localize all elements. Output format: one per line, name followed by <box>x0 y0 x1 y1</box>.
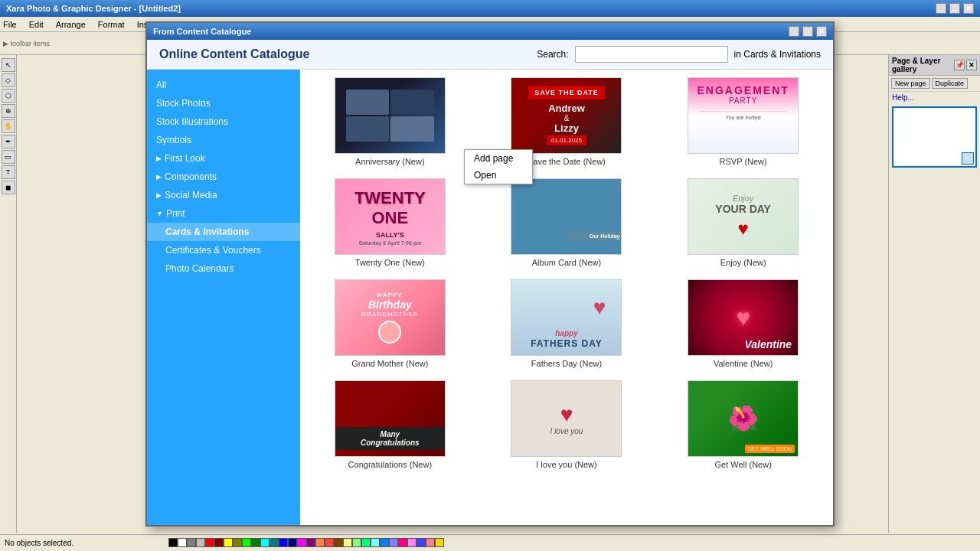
dialog-minimize-btn[interactable]: _ <box>789 26 799 37</box>
pen-tool[interactable]: ✒ <box>2 135 15 148</box>
app-titlebar: Xara Photo & Graphic Designer - [Untitle… <box>0 0 980 17</box>
i-love-you-thumb: ♥ I love you <box>511 380 622 457</box>
color-swatch-ff80ff[interactable] <box>407 538 416 547</box>
menu-format[interactable]: Format <box>98 20 125 29</box>
new-page-button[interactable]: New page <box>891 78 930 89</box>
color-swatch-ffd700[interactable] <box>435 538 444 547</box>
sidebar-item-all-label: All <box>156 80 166 90</box>
color-swatch-0000ff[interactable] <box>279 538 288 547</box>
color-swatch-ff0000[interactable] <box>205 538 214 547</box>
color-swatch-c0c0c0[interactable] <box>196 538 205 547</box>
enjoy-thumb: Enjoy YOUR DAY ♥ <box>688 178 799 255</box>
panel-close-btn[interactable]: ✕ <box>966 60 977 70</box>
template-twenty-one[interactable]: TWENTY ONE SALLY'S Saturday 8 April 7:00… <box>308 178 472 267</box>
color-swatch-808080[interactable] <box>187 538 196 547</box>
fill-tool[interactable]: ◼ <box>2 181 15 194</box>
node-tool[interactable]: ◇ <box>2 73 15 87</box>
context-menu-add-page[interactable]: Add page <box>465 150 532 167</box>
context-menu-open[interactable]: Open <box>465 167 532 184</box>
sidebar-item-stock-illustrations-label: Stock Illustrations <box>156 116 228 127</box>
congratulations-thumb: ManyCongratulations <box>335 380 446 457</box>
search-label: Search: <box>537 49 568 60</box>
anniversary-thumb <box>335 77 446 154</box>
color-swatch-ff4040[interactable] <box>325 538 334 547</box>
color-swatch-808000[interactable] <box>233 538 242 547</box>
color-swatch-804000[interactable] <box>334 538 343 547</box>
select-tool[interactable]: ↖ <box>2 58 15 72</box>
dialog-close-btn[interactable]: ✕ <box>816 26 827 37</box>
twenty-one-label: Twenty One (New) <box>355 258 425 267</box>
sidebar-item-photo-calendars[interactable]: Photo Calendars <box>147 259 300 278</box>
color-swatch-ff8040[interactable] <box>315 538 325 547</box>
contour-tool[interactable]: ⬡ <box>2 89 15 103</box>
sidebar-item-symbols[interactable]: Symbols <box>147 131 300 149</box>
sidebar-item-stock-photos[interactable]: Stock Photos <box>147 94 300 112</box>
menu-edit[interactable]: Edit <box>29 20 44 29</box>
template-get-well[interactable]: 🌺 GET WELL SOON Get Well (New) <box>661 380 825 469</box>
sidebar-item-all[interactable]: All <box>147 76 300 94</box>
color-swatch-0080ff[interactable] <box>380 538 389 547</box>
color-swatch-008000[interactable] <box>251 538 260 547</box>
sidebar-item-certificates[interactable]: Certificates & Vouchers <box>147 241 300 259</box>
print-chevron-icon: ▼ <box>156 210 163 217</box>
color-swatch-000080[interactable] <box>288 538 297 547</box>
template-album-card[interactable]: Our Holiday Album Card (New) <box>485 178 649 267</box>
zoom-tool[interactable]: ⊕ <box>2 104 15 118</box>
help-link[interactable]: Help... <box>889 92 980 103</box>
sidebar-item-first-look[interactable]: ▶ First Look <box>147 149 300 168</box>
shape-tool[interactable]: ▭ <box>2 150 15 164</box>
components-chevron-icon: ▶ <box>156 173 162 181</box>
app-title: Xara Photo & Graphic Designer - [Untitle… <box>6 4 181 13</box>
text-tool[interactable]: T <box>2 165 15 179</box>
duplicate-button[interactable]: Duplicate <box>932 78 969 89</box>
sidebar-item-cards-invitations[interactable]: Cards & Invitations <box>147 223 300 241</box>
app-close-btn[interactable]: ✕ <box>963 3 974 14</box>
template-grand-mother[interactable]: HAPPY Birthday GRANDMOTHER Grand Mother … <box>308 279 472 368</box>
color-swatch-ff0080[interactable] <box>398 538 407 547</box>
search-input[interactable] <box>575 46 728 63</box>
fathers-day-thumb: happy Fathers Day ♥ <box>511 279 622 356</box>
color-swatch-ff8080[interactable] <box>426 538 435 547</box>
menu-file[interactable]: File <box>3 20 17 29</box>
color-swatch-800000[interactable] <box>214 538 224 547</box>
template-valentine[interactable]: ♥ Valentine Valentine (New) <box>661 279 825 368</box>
template-anniversary[interactable]: Anniversary (New) <box>308 77 472 166</box>
template-rsvp[interactable]: ENGAGEMENT PARTY You are invited RSVP (N… <box>661 77 825 166</box>
color-swatch-800080[interactable] <box>306 538 315 547</box>
app-minimize-btn[interactable]: _ <box>936 3 946 14</box>
menu-arrange[interactable]: Arrange <box>56 20 86 29</box>
color-swatch-ff00ff[interactable] <box>297 538 306 547</box>
sidebar-item-certificates-label: Certificates & Vouchers <box>165 245 261 256</box>
left-toolbar: ↖ ◇ ⬡ ⊕ ✋ ✒ ▭ T ◼ <box>0 55 17 533</box>
panel-pin-btn[interactable]: 📌 <box>954 60 965 70</box>
color-swatch-ffff80[interactable] <box>343 538 352 547</box>
color-swatch-8080ff[interactable] <box>389 538 398 547</box>
sidebar-item-stock-illustrations[interactable]: Stock Illustrations <box>147 112 300 131</box>
color-swatch-008080[interactable] <box>270 538 279 547</box>
get-well-label: Get Well (New) <box>714 460 771 469</box>
app-maximize-btn[interactable]: □ <box>949 3 960 14</box>
push-tool[interactable]: ✋ <box>2 119 15 133</box>
color-swatch-000000[interactable] <box>168 538 178 547</box>
right-panel-title-text: Page & Layer gallery <box>892 57 954 73</box>
color-swatch-00ff00[interactable] <box>242 538 251 547</box>
template-enjoy[interactable]: Enjoy YOUR DAY ♥ Enjoy (New) <box>661 178 825 267</box>
template-fathers-day[interactable]: happy Fathers Day ♥ Fathers Day (New) <box>485 279 649 368</box>
color-swatch-ffff00[interactable] <box>224 538 233 547</box>
dialog-header: Online Content Catalogue Search: in Card… <box>147 40 833 70</box>
color-swatch-80ffff[interactable] <box>371 538 380 547</box>
color-palette <box>168 534 880 551</box>
sidebar-item-social-media[interactable]: ▶ Social Media <box>147 186 300 204</box>
grand-mother-thumb: HAPPY Birthday GRANDMOTHER <box>335 279 446 356</box>
sidebar-item-print[interactable]: ▼ Print <box>147 204 300 223</box>
color-swatch-80ff80[interactable] <box>352 538 361 547</box>
template-congratulations[interactable]: ManyCongratulations Congratulations (New… <box>308 380 472 469</box>
color-swatch-00ffff[interactable] <box>260 538 270 547</box>
color-swatch-ffffff[interactable] <box>178 538 187 547</box>
sidebar-item-components[interactable]: ▶ Components <box>147 168 300 186</box>
dialog-maximize-btn[interactable]: □ <box>802 26 813 37</box>
template-grid: Anniversary (New) SAVE THE DATE Andrew &… <box>308 77 825 469</box>
color-swatch-4040ff[interactable] <box>416 538 426 547</box>
template-i-love-you[interactable]: ♥ I love you I love you (New) <box>485 380 649 469</box>
color-swatch-00ff80[interactable] <box>361 538 371 547</box>
